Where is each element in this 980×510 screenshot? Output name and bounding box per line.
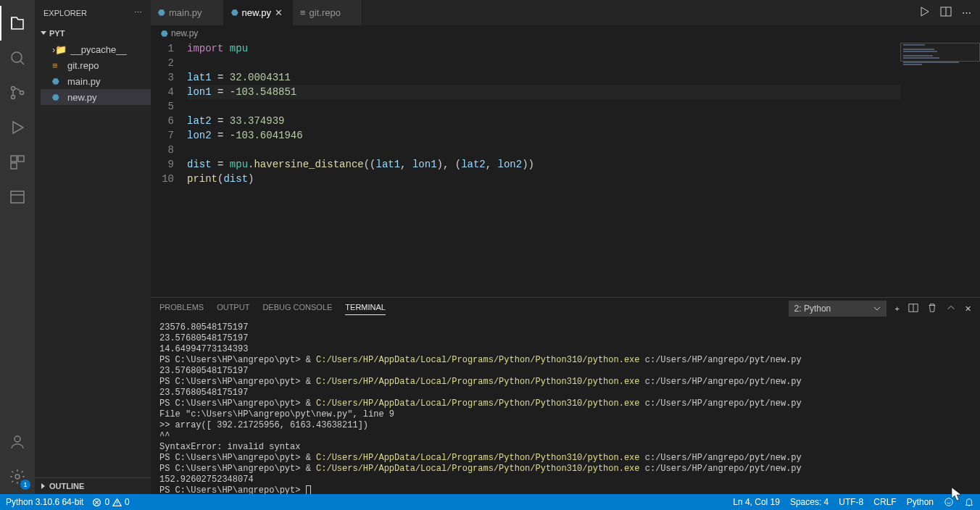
project-header[interactable]: PYT [35,25,151,41]
terminal-content[interactable]: 23576.8054817519723.5768054817519714.649… [151,319,980,494]
run-debug-icon[interactable] [0,110,35,145]
sidebar-title: EXPLORER [43,9,87,17]
extensions-icon[interactable] [0,145,35,180]
close-panel-icon[interactable]: ✕ [965,304,971,314]
maximize-panel-icon[interactable] [946,303,956,314]
svg-point-1 [12,87,15,91]
settings-badge: 1 [20,480,30,490]
breadcrumb[interactable]: ⬣ new.py [151,25,980,41]
status-cursor[interactable]: Ln 4, Col 19 [733,497,780,507]
svg-point-9 [15,475,20,479]
new-terminal-icon[interactable]: + [895,304,900,313]
split-editor-icon[interactable] [940,6,952,20]
run-icon[interactable] [918,6,930,20]
breadcrumb-file: new.py [171,28,198,38]
status-encoding[interactable]: UTF-8 [839,497,863,507]
file-tree: ›📁__pycache__≡git.repo⬣main.py⬣new.py [35,41,151,105]
status-problems[interactable]: 0 0 [92,497,129,507]
panel-tab-problems[interactable]: PROBLEMS [159,303,204,315]
sidebar: EXPLORER ⋯ PYT ›📁__pycache__≡git.repo⬣ma… [35,0,151,494]
panel-tab-terminal[interactable]: TERMINAL [345,303,386,315]
line-gutter: 12345678910 [151,41,187,297]
status-python[interactable]: Python 3.10.6 64-bit [6,497,83,507]
layout-icon[interactable] [0,180,35,214]
editor-body[interactable]: 12345678910 import mpu lat1 = 32.0004311… [151,41,980,297]
panel-tab-output[interactable]: OUTPUT [217,303,249,315]
tab-new-py[interactable]: ⬣new.py✕ [224,0,293,25]
search-icon[interactable] [0,41,35,75]
panel-tab-debug-console[interactable]: DEBUG CONSOLE [262,303,332,315]
accounts-icon[interactable] [0,425,35,459]
svg-rect-6 [11,163,17,169]
file-item-__pycache__[interactable]: ›📁__pycache__ [41,41,151,57]
tabs-bar: ⬣main.py⬣new.py✕≡git.repo ⋯ [151,0,980,25]
close-tab-icon[interactable]: ✕ [275,7,285,18]
status-language[interactable]: Python [907,497,934,507]
svg-rect-4 [11,156,17,162]
svg-point-0 [12,52,22,62]
file-item-new-py[interactable]: ⬣new.py [41,89,151,105]
file-item-git-repo[interactable]: ≡git.repo [41,57,151,73]
svg-point-3 [20,91,24,95]
outline-header[interactable]: OUTLINE [35,478,151,494]
terminal-selector-label: 2: Python [794,304,831,314]
svg-rect-7 [11,191,24,203]
svg-point-8 [14,436,20,442]
svg-rect-5 [18,156,24,162]
panel-tabs: PROBLEMSOUTPUTDEBUG CONSOLETERMINAL 2: P… [151,298,980,319]
svg-point-2 [12,96,15,99]
status-bell-icon[interactable] [964,497,974,507]
tab-git-repo[interactable]: ≡git.repo [293,0,362,25]
explorer-icon[interactable] [0,6,35,41]
outline-label: OUTLINE [49,482,84,490]
status-bar: Python 3.10.6 64-bit 0 0 Ln 4, Col 19 Sp… [0,494,980,510]
tab-main-py[interactable]: ⬣main.py [151,0,224,25]
status-eol[interactable]: CRLF [873,497,896,507]
more-actions-icon[interactable]: ⋯ [962,7,971,18]
editor-area: ⬣main.py⬣new.py✕≡git.repo ⋯ ⬣ new.py 123… [151,0,980,494]
status-feedback-icon[interactable] [944,497,954,507]
sidebar-more-icon[interactable]: ⋯ [134,8,142,17]
panel: PROBLEMSOUTPUTDEBUG CONSOLETERMINAL 2: P… [151,297,980,494]
sidebar-header: EXPLORER ⋯ [35,0,151,25]
minimap[interactable] [900,41,980,297]
project-name: PYT [49,29,65,38]
file-item-main-py[interactable]: ⬣main.py [41,73,151,89]
code-content[interactable]: import mpu lat1 = 32.0004311lon1 = -103.… [187,41,980,297]
split-terminal-icon[interactable] [908,303,918,314]
activity-bar: 1 [0,0,35,494]
python-file-icon: ⬣ [161,29,168,38]
settings-icon[interactable]: 1 [0,459,35,494]
svg-point-13 [945,498,953,506]
terminal-selector[interactable]: 2: Python [789,301,886,317]
status-spaces[interactable]: Spaces: 4 [790,497,829,507]
source-control-icon[interactable] [0,75,35,110]
kill-terminal-icon[interactable] [927,303,937,314]
